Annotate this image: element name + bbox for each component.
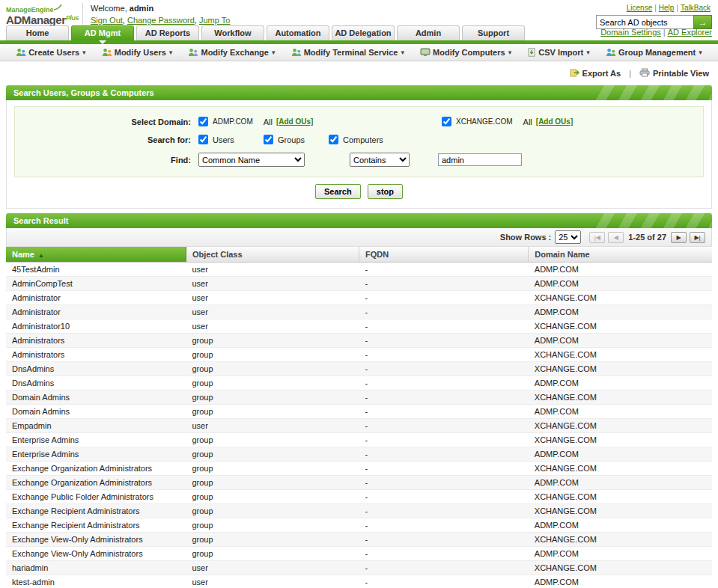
- tab-admin[interactable]: Admin: [397, 25, 460, 40]
- tab-home[interactable]: Home: [6, 25, 69, 40]
- chevron-down-icon: ▾: [169, 49, 173, 56]
- column-header-fqdn: FQDN: [359, 247, 528, 263]
- object-class-cell: user: [186, 319, 359, 334]
- results-panel: Search Result Show Rows : 25 |◀◀1-25 of …: [6, 213, 712, 588]
- table-body: 45TestAdminuser-ADMP.COMAdminCompTestuse…: [6, 263, 712, 588]
- toolbar-modify-users[interactable]: Modify Users▾: [102, 48, 173, 57]
- domain-name-cell: ADMP.COM: [529, 575, 712, 588]
- export-as-button[interactable]: Export As: [570, 68, 621, 79]
- checkbox-computers[interactable]: [329, 135, 338, 144]
- tab-support[interactable]: Support: [462, 25, 525, 40]
- toolbar-label: Modify Terminal Service: [304, 48, 398, 57]
- pager-buttons: |◀◀1-25 of 27▶▶|: [589, 232, 705, 243]
- search-panel-body: Select Domain: ADMP.COMAll[Add OUs]XCHAN…: [6, 100, 712, 177]
- all-label: All: [523, 117, 532, 126]
- tab-automation[interactable]: Automation: [267, 25, 329, 40]
- checkbox-users[interactable]: [198, 135, 208, 144]
- top-links-separator: |: [654, 4, 657, 12]
- attribute-select[interactable]: Common Name: [198, 153, 305, 167]
- stop-button[interactable]: stop: [368, 184, 403, 199]
- name-cell: 45TestAdmin: [6, 263, 186, 277]
- column-label: FQDN: [365, 250, 389, 259]
- last-page-button[interactable]: ▶|: [690, 232, 705, 243]
- toolbar-csv-import[interactable]: CSV Import▾: [527, 48, 589, 57]
- column-label: Domain Name: [535, 250, 589, 259]
- query-input[interactable]: [438, 153, 522, 166]
- domain-name-cell: ADMP.COM: [529, 305, 712, 319]
- object-class-cell: group: [186, 533, 359, 547]
- domain-option-xchange-com: XCHANGE.COMAll[Add OUs]: [442, 117, 573, 126]
- link-license[interactable]: License: [627, 4, 652, 12]
- name-cell: hariadmin: [6, 561, 186, 575]
- domain-name-cell: XCHANGE.COM: [529, 319, 712, 334]
- search-button[interactable]: Search: [315, 184, 361, 199]
- add-ous-link[interactable]: [Add OUs]: [536, 117, 573, 126]
- toolbar-modify-computers[interactable]: Modify Computers▾: [420, 48, 511, 57]
- top-header: ManageEngine ADManagerPlus Welcome, admi…: [0, 0, 718, 25]
- domain-name-cell: ADMP.COM: [529, 277, 712, 291]
- search-footer: Search stop: [6, 177, 712, 209]
- tab-ad-delegation[interactable]: AD Delegation: [332, 25, 395, 40]
- domain-name-cell: XCHANGE.COM: [529, 391, 712, 405]
- fqdn-cell: -: [359, 263, 528, 277]
- toolbar-modify-exchange[interactable]: Modify Exchange▾: [188, 48, 275, 57]
- search-panel: Search Users, Groups & Computers Select …: [6, 85, 712, 209]
- username: admin: [130, 4, 153, 13]
- modify-exchange-icon: [188, 48, 198, 57]
- tab-ad-mgmt[interactable]: AD Mgmt: [71, 25, 134, 40]
- search-panel-title: Search Users, Groups & Computers: [6, 85, 712, 100]
- tab-workflow[interactable]: Workflow: [201, 25, 264, 40]
- operator-select[interactable]: Contains: [350, 153, 410, 167]
- table-row: Enterprise Adminsgroup-ADMP.COM: [6, 447, 712, 462]
- domain-name-cell: XCHANGE.COM: [529, 561, 712, 575]
- fqdn-cell: -: [359, 348, 528, 362]
- name-cell: Domain Admins: [6, 391, 186, 405]
- link-talkback[interactable]: TalkBack: [681, 4, 711, 12]
- next-page-button[interactable]: ▶: [671, 232, 687, 243]
- welcome-block: Welcome, admin Sign Out, Change Password…: [82, 3, 230, 25]
- name-cell: Exchange Recipient Administrators: [6, 504, 186, 518]
- link-sign-out[interactable]: Sign Out: [91, 16, 123, 25]
- domain-name-cell: XCHANGE.COM: [529, 291, 712, 305]
- chevron-down-icon: ▾: [586, 49, 590, 56]
- find-row: Find: Common Name Contains: [22, 153, 696, 167]
- results-panel-title: Search Result: [6, 213, 712, 228]
- action-toolbar: Create Users▾Modify Users▾Modify Exchang…: [0, 44, 718, 61]
- brand-product: ADManagerPlus: [6, 14, 78, 25]
- name-cell: Exchange Public Folder Administrators: [6, 490, 186, 504]
- toolbar-group-management[interactable]: Group Management▾: [606, 48, 702, 57]
- sort-asc-icon: ▲: [38, 252, 44, 259]
- checkbox-groups[interactable]: [264, 135, 273, 144]
- fqdn-cell: -: [359, 362, 528, 376]
- domain-checkbox-xchange-com[interactable]: [442, 117, 451, 126]
- domain-checkbox-admp-com[interactable]: [198, 117, 208, 126]
- link-change-password[interactable]: Change Password: [127, 16, 195, 25]
- link-ad-explorer[interactable]: AD Explorer: [668, 28, 712, 37]
- create-users-icon: [16, 48, 26, 57]
- table-row: Administratorsgroup-XCHANGE.COM: [6, 348, 712, 362]
- object-class-cell: group: [186, 362, 359, 376]
- fqdn-cell: -: [359, 334, 528, 348]
- table-row: Enterprise Adminsgroup-XCHANGE.COM: [6, 433, 712, 447]
- column-header-object-class: Object Class: [186, 247, 359, 263]
- show-rows-label: Show Rows :: [500, 233, 551, 242]
- link-jump-to[interactable]: Jump To: [199, 16, 230, 25]
- link-domain-settings[interactable]: Domain Settings: [600, 28, 661, 37]
- show-rows-select[interactable]: 25: [555, 230, 581, 244]
- column-header-name[interactable]: Name▲: [6, 247, 186, 263]
- account-links: Sign Out, Change Password, Jump To: [91, 16, 230, 25]
- domain-name: XCHANGE.COM: [456, 117, 513, 126]
- toolbar-modify-terminal-service[interactable]: Modify Terminal Service▾: [291, 48, 404, 57]
- add-ous-link[interactable]: [Add OUs]: [276, 117, 313, 126]
- select-domain-row: Select Domain: ADMP.COMAll[Add OUs]XCHAN…: [22, 117, 696, 126]
- printable-view-button[interactable]: Printable View: [639, 68, 709, 79]
- tab-links-separator: |: [663, 28, 666, 37]
- name-cell: Administrator: [6, 291, 186, 305]
- export-icon: [570, 68, 579, 79]
- toolbar-label: Modify Computers: [433, 48, 505, 57]
- brand-company: ManageEngine: [6, 6, 54, 13]
- toolbar-create-users[interactable]: Create Users▾: [16, 48, 85, 57]
- tab-ad-reports[interactable]: AD Reports: [136, 25, 199, 40]
- printer-icon: [639, 68, 650, 79]
- link-help[interactable]: Help: [659, 4, 675, 12]
